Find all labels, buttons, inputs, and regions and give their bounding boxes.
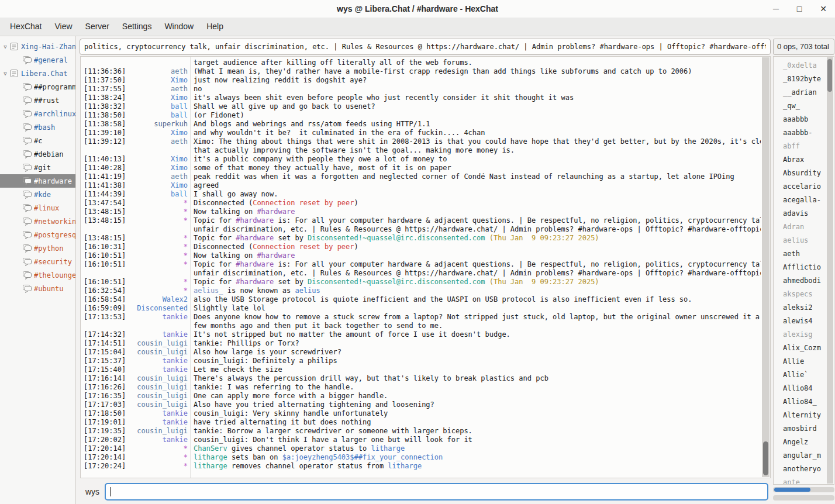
timestamp: [16:32:54] <box>81 286 126 295</box>
userlist-item[interactable]: Allie <box>774 355 827 368</box>
userlist-item[interactable]: alexisg <box>774 328 827 341</box>
userlist-item[interactable]: _qw_ <box>774 99 827 113</box>
timestamp: [11:39:12] <box>81 137 126 146</box>
maximize-icon[interactable]: □ <box>797 4 802 13</box>
message-input[interactable] <box>105 483 768 500</box>
userlist-item[interactable]: accelario <box>774 180 827 194</box>
close-icon[interactable]: ✕ <box>820 4 827 13</box>
timestamp: [16:58:54] <box>81 295 126 304</box>
sidebar-item-security[interactable]: #security <box>0 255 75 268</box>
sidebar-item-networking[interactable]: #networking <box>0 215 75 228</box>
userlist-item[interactable]: acegalla- <box>774 194 827 207</box>
minimize-icon[interactable]: ─ <box>773 4 779 13</box>
userlist-item[interactable]: Allio84 <box>774 382 827 395</box>
userlist-item[interactable]: Afflictio <box>774 261 827 274</box>
userlist-item[interactable]: aelius <box>774 234 827 247</box>
menu-view[interactable]: View <box>48 18 78 36</box>
userlist-item[interactable]: Alternity <box>774 409 827 422</box>
userlist-item[interactable]: Adran <box>774 220 827 234</box>
message-text: Does anyone know how to remove a stuck s… <box>188 313 760 322</box>
sidebar-item-debian[interactable]: #debian <box>0 147 75 161</box>
chat-line: [13:48:15]*Topic for #hardware is: For a… <box>81 216 761 225</box>
userlist-item[interactable]: aleksi2 <box>774 301 827 315</box>
sidebar-item-rust[interactable]: ##rust <box>0 94 75 107</box>
userlist-item[interactable]: ahmedbodi <box>774 274 827 288</box>
message-text: Disconnected (Connection reset by peer) <box>188 243 358 251</box>
network-row-libera.chat[interactable]: ▽Libera.Chat <box>0 67 75 80</box>
userlist-scrollbar-thumb[interactable] <box>827 59 832 92</box>
menu-settings[interactable]: Settings <box>116 18 158 36</box>
nick <box>126 225 188 234</box>
timestamp: [17:20:14] <box>81 453 126 462</box>
message-text: There's always the percussion drill way,… <box>188 374 548 383</box>
userlist-item[interactable]: _0xdelta <box>774 59 827 73</box>
nick: Ximo <box>126 181 188 190</box>
userlist-item[interactable]: anotheryo <box>774 462 827 476</box>
message-text: and why wouldn't it be? it culminated in… <box>188 129 485 137</box>
user-list: _0xdelta_8192byte__adrian_qw_aaabbbaaabb… <box>773 56 834 485</box>
chat-line: [13:48:15]*Now talking on #hardware <box>81 208 761 216</box>
sidebar-item-thelounge[interactable]: #thelounge <box>0 268 75 282</box>
sidebar-item-c[interactable]: #c <box>0 134 75 147</box>
userlist-hscrollbar[interactable] <box>773 487 834 492</box>
sidebar-item-git[interactable]: #git <box>0 161 75 174</box>
network-row-xing-hai-zhan[interactable]: ▽Xing-Hai-Zhan <box>0 40 75 53</box>
nick: aeth <box>126 67 188 76</box>
userlist-item[interactable]: Allie` <box>774 368 827 382</box>
userlist-item[interactable]: Abrax <box>774 153 827 167</box>
message-text: Disconnected (Connection reset by peer) <box>188 199 358 208</box>
sidebar-item-general[interactable]: #general <box>0 53 75 67</box>
userlist-item[interactable]: amosbird <box>774 422 827 436</box>
timestamp: [13:48:15] <box>81 216 126 225</box>
userlist-item[interactable]: _8192byte <box>774 73 827 86</box>
chat-scrollbar-thumb[interactable] <box>763 441 768 475</box>
nick: ball <box>126 102 188 111</box>
sidebar-item-kde[interactable]: #kde <box>0 188 75 201</box>
timestamp: [11:36:36] <box>81 67 126 76</box>
topic-input[interactable] <box>80 39 771 55</box>
sidebar-item-hardware[interactable]: #hardware <box>0 174 75 188</box>
chat-scrollbar[interactable] <box>762 57 770 477</box>
menu-help[interactable]: Help <box>200 18 230 36</box>
userlist-scrollbar[interactable] <box>827 57 833 484</box>
sidebar-item-ubuntu[interactable]: #ubuntu <box>0 282 75 295</box>
chat-line: [11:38:32]ballShall we all give up and g… <box>81 102 761 111</box>
expander-icon[interactable]: ▽ <box>1 71 9 77</box>
userlist-item[interactable]: __adrian <box>774 86 827 99</box>
userlist-item[interactable]: Absurdity <box>774 167 827 180</box>
userlist-item[interactable]: adavis <box>774 207 827 220</box>
chat-line: [17:20:24]*litharge removes channel oper… <box>81 462 761 471</box>
userlist-hscrollbar-thumb[interactable] <box>774 488 810 492</box>
userlist-item[interactable]: abff <box>774 140 827 153</box>
user-list-items: _0xdelta_8192byte__adrian_qw_aaabbbaaabb… <box>774 59 827 484</box>
sidebar-item-linux[interactable]: #linux <box>0 201 75 215</box>
message-text: Ximo: The thing about things that were s… <box>188 137 761 146</box>
sidebar-item-bash[interactable]: #bash <box>0 120 75 134</box>
sidebar-item-programming[interactable]: ##programming <box>0 80 75 94</box>
userlist-item[interactable]: angular_m <box>774 449 827 462</box>
userlist-item[interactable]: aaabbb <box>774 113 827 126</box>
nick: * <box>126 234 188 243</box>
userlist-item[interactable]: aaabbb- <box>774 126 827 140</box>
userlist-item[interactable]: Alix_Cozm <box>774 341 827 355</box>
channel-icon <box>22 284 32 294</box>
message-text: Also have you tried alternating tighteni… <box>188 401 434 409</box>
sidebar-item-postgresql[interactable]: #postgresql <box>0 228 75 241</box>
userlist-hscrollbar-secondary[interactable] <box>773 495 834 500</box>
chat-line: [11:38:50]ball(or Fidonet) <box>81 111 761 120</box>
userlist-item[interactable]: Allio84_ <box>774 395 827 409</box>
menu-hexchat[interactable]: HexChat <box>4 18 48 36</box>
timestamp: [11:41:19] <box>81 172 126 181</box>
userlist-item[interactable]: aeth <box>774 247 827 261</box>
userlist-item[interactable]: akspecs <box>774 288 827 301</box>
channel-icon <box>22 190 32 199</box>
sidebar-item-python[interactable]: #python <box>0 241 75 255</box>
menu-server[interactable]: Server <box>79 18 116 36</box>
userlist-item[interactable]: Angelz <box>774 436 827 449</box>
userlist-item[interactable]: ante <box>774 476 827 484</box>
userlist-item[interactable]: alewis4 <box>774 315 827 328</box>
message-text: Topic for #hardware is: For all your com… <box>188 260 761 269</box>
expander-icon[interactable]: ▽ <box>1 44 9 50</box>
menu-window[interactable]: Window <box>158 18 200 36</box>
sidebar-item-archlinux[interactable]: #archlinux <box>0 107 75 120</box>
